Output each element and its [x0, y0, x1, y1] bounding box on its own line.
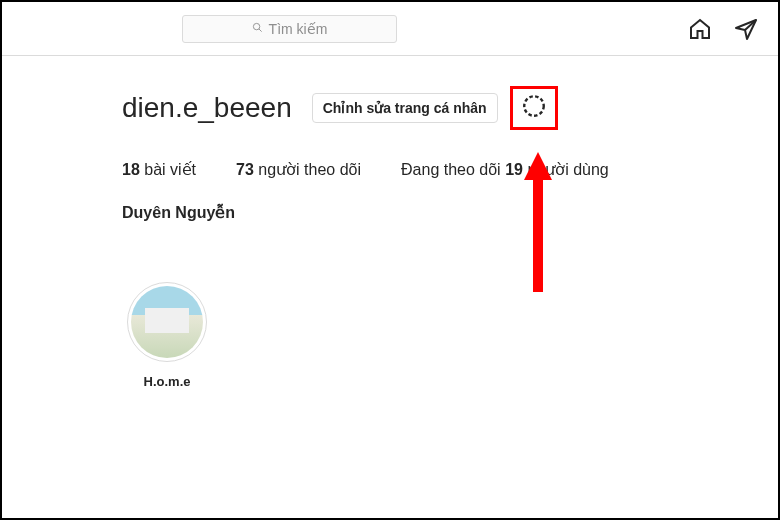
svg-line-1 — [258, 28, 261, 31]
top-navigation-bar: Tìm kiếm — [2, 2, 778, 56]
profile-username: dien.e_beeen — [122, 92, 292, 124]
profile-stats: 18 bài viết 73 người theo dõi Đang theo … — [122, 160, 778, 179]
posts-label: bài viết — [144, 161, 196, 178]
profile-section: dien.e_beeen Chỉnh sửa trang cá nhân 18 … — [2, 56, 778, 389]
highlight-image — [131, 286, 203, 358]
following-prefix: Đang theo dõi — [401, 161, 501, 178]
annotation-highlight-box — [510, 86, 558, 130]
settings-gear-icon[interactable] — [521, 93, 547, 123]
followers-count: 73 — [236, 161, 254, 178]
highlight-cover — [127, 282, 207, 362]
direct-message-icon[interactable] — [734, 17, 758, 41]
followers-stat[interactable]: 73 người theo dõi — [236, 160, 361, 179]
following-stat[interactable]: Đang theo dõi 19 người dùng — [401, 160, 609, 179]
following-suffix: người dùng — [527, 161, 608, 178]
story-highlights: H.o.m.e — [122, 282, 778, 389]
highlight-item[interactable]: H.o.m.e — [122, 282, 212, 389]
svg-point-0 — [253, 23, 259, 29]
profile-display-name: Duyên Nguyễn — [122, 203, 778, 222]
search-placeholder: Tìm kiếm — [269, 21, 328, 37]
highlight-label: H.o.m.e — [144, 374, 191, 389]
followers-label: người theo dõi — [258, 161, 361, 178]
following-count: 19 — [505, 161, 523, 178]
home-icon[interactable] — [688, 17, 712, 41]
edit-profile-button[interactable]: Chỉnh sửa trang cá nhân — [312, 93, 498, 123]
profile-header: dien.e_beeen Chỉnh sửa trang cá nhân — [122, 86, 778, 130]
posts-count: 18 — [122, 161, 140, 178]
svg-point-3 — [524, 96, 544, 116]
posts-stat: 18 bài viết — [122, 160, 196, 179]
search-input[interactable]: Tìm kiếm — [182, 15, 397, 43]
search-icon — [252, 22, 263, 36]
